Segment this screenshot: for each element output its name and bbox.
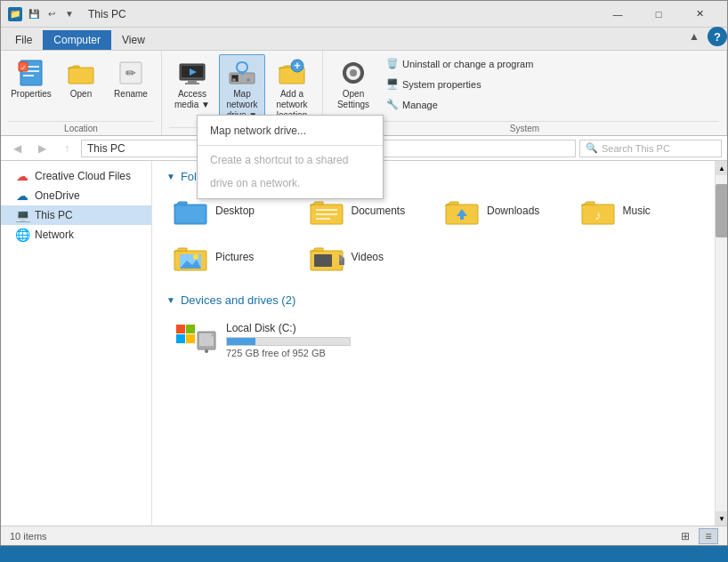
maximize-button[interactable]: □ (638, 1, 679, 28)
open-button[interactable]: Open (58, 54, 104, 113)
music-folder-icon: ♪ (580, 197, 616, 225)
sidebar-item-this-pc[interactable]: 💻 This PC (1, 205, 151, 225)
this-pc-icon: 💻 (15, 208, 29, 222)
search-placeholder: Search This PC (602, 143, 670, 154)
large-icons-view-button[interactable]: ⊞ (675, 528, 695, 544)
svg-text:✓: ✓ (20, 64, 27, 72)
quick-undo-button[interactable]: ↩ (44, 6, 60, 22)
title-controls: — □ ✕ (597, 1, 720, 28)
music-folder-name: Music (623, 205, 651, 217)
devices-section: ▼ Devices and drives (2) (166, 293, 700, 365)
svg-rect-28 (343, 71, 346, 75)
access-media-button[interactable]: Accessmedia ▼ (169, 54, 215, 115)
quick-save-button[interactable]: 💾 (26, 6, 42, 22)
system-small-buttons: 🗑️ Uninstall or change a program 🖥️ Syst… (380, 54, 539, 114)
this-pc-label: This PC (35, 209, 73, 221)
drive-bar-bg (226, 337, 351, 346)
pictures-folder-name: Pictures (215, 251, 254, 263)
svg-point-56 (212, 333, 214, 336)
svg-rect-12 (185, 83, 199, 84)
documents-folder-icon (309, 197, 344, 225)
window: 📁 💾 ↩ ▼ This PC — □ ✕ File Computer View… (0, 0, 728, 546)
devices-section-header[interactable]: ▼ Devices and drives (2) (166, 293, 700, 307)
tab-view[interactable]: View (111, 30, 156, 50)
svg-rect-3 (23, 75, 34, 76)
properties-button[interactable]: ✓ Properties (8, 54, 54, 113)
rename-label: Rename (114, 89, 148, 100)
nav-back-button[interactable]: ◀ (6, 139, 28, 158)
drive-bar-fill (227, 338, 255, 345)
folder-downloads[interactable]: Downloads (438, 192, 565, 229)
network-label: Network (35, 229, 74, 241)
videos-folder-name: Videos (352, 251, 384, 263)
svg-point-17 (232, 78, 236, 82)
svg-rect-35 (316, 218, 330, 220)
downloads-folder-icon (444, 197, 480, 225)
title-bar: 📁 💾 ↩ ▼ This PC — □ ✕ (1, 1, 727, 28)
close-button[interactable]: ✕ (679, 1, 720, 28)
map-drive-dropdown: Map network drive... Create a shortcut t… (197, 115, 384, 199)
svg-text:✏: ✏ (125, 66, 136, 80)
search-icon: 🔍 (586, 142, 598, 154)
window-title: This PC (88, 8, 126, 20)
svg-text:+: + (294, 60, 300, 72)
scrollbar: ▲ ▼ (715, 161, 727, 526)
folders-arrow-icon: ▼ (166, 172, 175, 181)
open-settings-button[interactable]: OpenSettings (330, 54, 376, 115)
sidebar-item-network[interactable]: 🌐 Network (1, 225, 151, 245)
network-icon: 🌐 (15, 228, 29, 242)
rename-button[interactable]: ✏ Rename (108, 54, 154, 113)
desktop-folder-name: Desktop (215, 205, 255, 217)
drive-name: Local Disk (C:) (226, 322, 692, 334)
manage-label: Manage (402, 100, 438, 110)
nav-up-button[interactable]: ↑ (56, 139, 77, 158)
shortcut-item-2: drive on a network. (198, 172, 383, 195)
svg-text:♪: ♪ (595, 208, 601, 222)
drive-local-disk[interactable]: Local Disk (C:) 725 GB free of 952 GB (166, 316, 700, 365)
map-drive-item[interactable]: Map network drive... (198, 119, 383, 142)
system-buttons: OpenSettings 🗑️ Uninstall or change a pr… (330, 54, 719, 119)
folder-videos[interactable]: Videos (303, 238, 430, 276)
address-text: This PC (87, 142, 125, 155)
open-settings-label: OpenSettings (337, 89, 369, 110)
manage-button[interactable]: 🔧 Manage (380, 95, 539, 114)
svg-rect-46 (314, 254, 332, 267)
title-bar-left: 📁 💾 ↩ ▼ This PC (8, 6, 597, 22)
sidebar-item-onedrive[interactable]: ☁ OneDrive (1, 186, 151, 205)
sidebar-item-creative-cloud[interactable]: ☁ Creative Cloud Files (1, 166, 151, 186)
tab-file[interactable]: File (4, 30, 43, 50)
quick-dropdown-button[interactable]: ▼ (61, 6, 77, 22)
scroll-thumb[interactable] (716, 184, 727, 237)
quick-access-toolbar: 💾 ↩ ▼ (26, 6, 77, 22)
onedrive-icon: ☁ (15, 189, 29, 203)
rename-icon: ✏ (117, 59, 145, 87)
tab-computer[interactable]: Computer (43, 30, 111, 50)
ribbon-collapse-button[interactable]: ▲ (684, 27, 704, 46)
details-view-button[interactable]: ≡ (699, 528, 718, 544)
svg-point-18 (247, 78, 250, 82)
folder-music[interactable]: ♪ Music (574, 192, 701, 229)
svg-rect-6 (69, 68, 93, 84)
system-group-label: System (330, 121, 719, 133)
scroll-up-button[interactable]: ▲ (716, 161, 727, 175)
pictures-folder-icon (173, 243, 208, 271)
main-content: ☁ Creative Cloud Files ☁ OneDrive 💻 This… (1, 161, 727, 526)
scroll-down-button[interactable]: ▼ (716, 511, 727, 526)
ribbon-group-location: ✓ Properties Open (1, 51, 162, 135)
ribbon-group-system: OpenSettings 🗑️ Uninstall or change a pr… (323, 51, 727, 135)
system-props-icon: 🖥️ (386, 78, 399, 90)
access-media-icon (178, 59, 206, 87)
add-network-location-icon: + (278, 59, 306, 87)
folder-pictures[interactable]: Pictures (166, 238, 294, 276)
system-properties-button[interactable]: 🖥️ System properties (380, 75, 539, 93)
location-group-label: Location (8, 121, 154, 133)
search-box[interactable]: 🔍 Search This PC (579, 140, 722, 157)
help-button[interactable]: ? (708, 27, 727, 46)
svg-rect-26 (352, 62, 355, 66)
nav-forward-button[interactable]: ▶ (31, 139, 53, 158)
minimize-button[interactable]: — (597, 1, 638, 28)
svg-rect-49 (176, 325, 185, 333)
folders-grid: Desktop Documents Downloads (166, 192, 700, 276)
onedrive-label: OneDrive (35, 189, 80, 202)
uninstall-button[interactable]: 🗑️ Uninstall or change a program (380, 54, 539, 73)
